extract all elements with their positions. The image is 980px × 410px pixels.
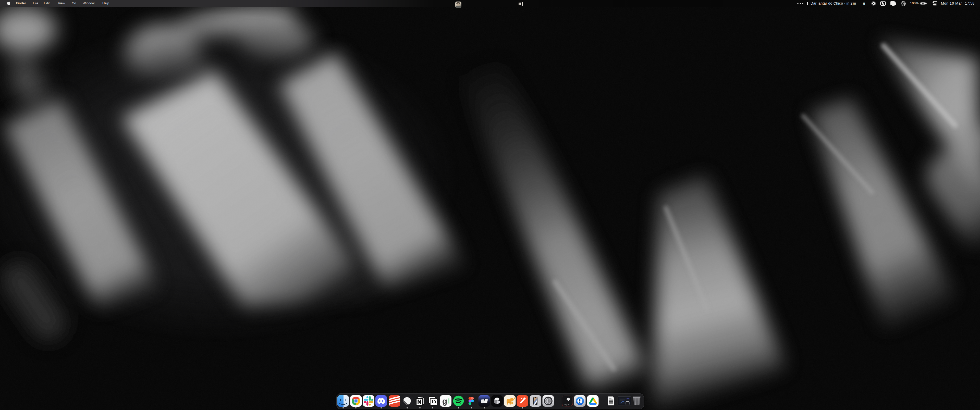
svg-text:g: g [442,396,447,406]
svg-text:10: 10 [431,400,436,404]
svg-text:11: 11 [627,402,629,405]
svg-text:raycast: raycast [565,404,570,406]
